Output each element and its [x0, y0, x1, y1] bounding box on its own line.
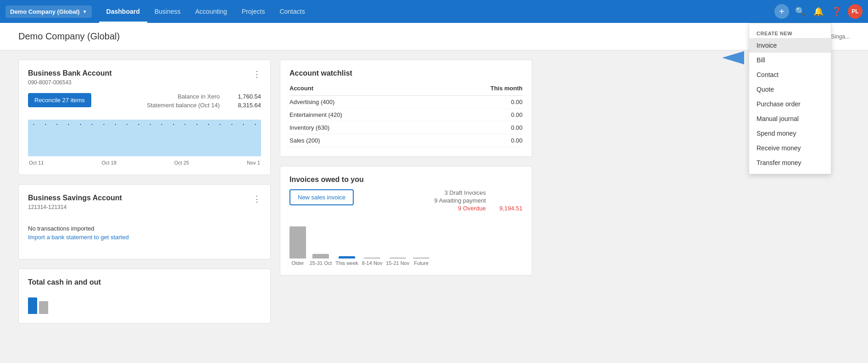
watchlist-col-month: This month [434, 83, 523, 96]
watchlist-account-value: 0.00 [434, 96, 523, 109]
savings-account-number: 121314-121314 [28, 204, 122, 210]
chart-dot [138, 123, 140, 126]
bank-card-header: Business Bank Account 090-8007-006543 ⋮ [28, 69, 261, 93]
chart-dot [196, 123, 198, 126]
page-title: Demo Company (Global) [18, 31, 120, 42]
right-column: Account watchlist Account This month Adv… [280, 60, 532, 324]
dropdown-item-bill[interactable]: Bill [749, 53, 831, 67]
chart-dot [103, 123, 105, 126]
nav-links: Dashboard Business Accounting Projects C… [99, 0, 774, 23]
chart-dot [219, 123, 221, 126]
company-selector[interactable]: Demo Company (Global) ▼ [6, 6, 92, 18]
nav-link-contacts[interactable]: Contacts [272, 0, 312, 23]
chart-dot [184, 123, 186, 126]
notifications-button[interactable]: 🔔 [811, 4, 826, 19]
bar-thisweek [339, 256, 355, 258]
dropdown-item-contact[interactable]: Contact [749, 67, 831, 82]
chart-dot [231, 123, 233, 126]
nav-link-business[interactable]: Business [147, 0, 188, 23]
dropdown-section-title: Create new [749, 27, 831, 38]
total-cash-card: Total cash in and out [18, 269, 271, 324]
bar-8nov [364, 258, 380, 258]
watchlist-col-account: Account [289, 83, 434, 96]
savings-account-title: Business Savings Account [28, 194, 122, 202]
invoice-stats: 3 Draft Invoices 9 Awaiting payment 9 Ov… [434, 189, 523, 213]
bar-group-15nov: 15-21 Nov [386, 258, 409, 266]
chart-dot [149, 123, 151, 126]
bar-group-8nov: 8-14 Nov [362, 258, 383, 266]
savings-card-header: Business Savings Account 121314-121314 ⋮ [28, 194, 261, 218]
balance-info: Balance in Xero 1,760.54 Statement balan… [147, 93, 261, 109]
dropdown-item-transfer-money[interactable]: Transfer money [749, 155, 831, 170]
user-avatar[interactable]: PL [848, 4, 862, 19]
watchlist-account-value: 0.00 [434, 121, 523, 134]
nav-link-projects[interactable]: Projects [234, 0, 273, 23]
help-button[interactable]: ❓ [829, 4, 844, 19]
import-statement-link[interactable]: Import a bank statement to get started [28, 234, 129, 241]
left-column: Business Bank Account 090-8007-006543 ⋮ … [18, 60, 271, 324]
watchlist-row: Sales (200)0.00 [289, 134, 523, 147]
search-button[interactable]: 🔍 [793, 4, 807, 19]
savings-card-menu[interactable]: ⋮ [253, 194, 261, 204]
dropdown-item-receive-money[interactable]: Receive money [749, 141, 831, 155]
invoice-bar-chart: Older 25-31 Oct This week 8-14 Nov 15-21… [289, 220, 523, 266]
dropdown-item-quote[interactable]: Quote [749, 82, 831, 97]
watchlist-account-name: Entertainment (420) [289, 109, 434, 121]
dropdown-item-manual-journal[interactable]: Manual journal [749, 111, 831, 126]
watchlist-row: Inventory (630)0.00 [289, 121, 523, 134]
bank-account-card: Business Bank Account 090-8007-006543 ⋮ … [18, 60, 271, 175]
dropdown-item-spend-money[interactable]: Spend money [749, 126, 831, 141]
chart-dot [242, 123, 245, 126]
chart-dot [207, 123, 210, 126]
reconcile-button[interactable]: Reconcile 27 items [28, 93, 91, 107]
chart-x-labels: Oct 11 Oct 18 Oct 25 Nov 1 [28, 160, 261, 165]
bar-25oct [312, 254, 329, 258]
chart-dot [126, 123, 128, 126]
watchlist-account-value: 0.00 [434, 109, 523, 121]
chart-dot [33, 123, 35, 126]
arrow-indicator [722, 50, 744, 70]
watchlist-card: Account watchlist Account This month Adv… [280, 60, 532, 157]
chart-dot [254, 123, 256, 126]
watchlist-account-name: Inventory (630) [289, 121, 434, 134]
total-cash-title: Total cash in and out [28, 278, 261, 286]
savings-account-card: Business Savings Account 121314-121314 ⋮… [18, 184, 271, 259]
watchlist-title: Account watchlist [289, 69, 523, 77]
new-sales-invoice-button[interactable]: New sales invoice [289, 189, 354, 205]
chart-dot [67, 123, 70, 126]
bank-account-title: Business Bank Account [28, 69, 112, 77]
dropdown-item-invoice[interactable]: Invoice [749, 38, 831, 53]
main-content: Business Bank Account 090-8007-006543 ⋮ … [0, 50, 551, 333]
svg-marker-0 [722, 51, 744, 65]
chart-dot [172, 123, 175, 126]
company-name: Demo Company (Global) [10, 8, 80, 15]
chart-dot [56, 123, 58, 126]
top-navigation: Demo Company (Global) ▼ Dashboard Busine… [0, 0, 868, 23]
cash-bar-in [28, 297, 37, 314]
watchlist-account-name: Advertising (400) [289, 96, 434, 109]
page-header: Demo Company (Global) Your last login: 2… [0, 23, 868, 50]
nav-link-dashboard[interactable]: Dashboard [99, 0, 147, 23]
chart-dot [114, 123, 117, 126]
bar-15nov [389, 258, 406, 258]
nav-link-accounting[interactable]: Accounting [188, 0, 234, 23]
cash-chart [28, 291, 261, 314]
chart-dot [79, 123, 82, 126]
invoice-top: New sales invoice 3 Draft Invoices 9 Awa… [289, 189, 523, 213]
bank-chart [28, 120, 261, 156]
cash-bar-out [39, 301, 48, 314]
watchlist-row: Entertainment (420)0.00 [289, 109, 523, 121]
nav-right-controls: + 🔍 🔔 ❓ PL [774, 4, 862, 19]
invoices-card: Invoices owed to you New sales invoice 3… [280, 166, 532, 275]
bank-account-number: 090-8007-006543 [28, 79, 112, 86]
bar-group-older: Older [289, 226, 306, 266]
dropdown-item-purchase-order[interactable]: Purchase order [749, 97, 831, 111]
bar-future [413, 258, 429, 258]
dropdown-arrow-icon: ▼ [83, 9, 87, 14]
bank-card-menu[interactable]: ⋮ [253, 69, 261, 79]
create-new-button[interactable]: + [774, 4, 789, 19]
bar-group-25oct: 25-31 Oct [310, 254, 332, 266]
watchlist-account-name: Sales (200) [289, 134, 434, 147]
create-new-dropdown: Create new InvoiceBillContactQuotePurcha… [749, 23, 831, 174]
invoices-title: Invoices owed to you [289, 176, 523, 184]
